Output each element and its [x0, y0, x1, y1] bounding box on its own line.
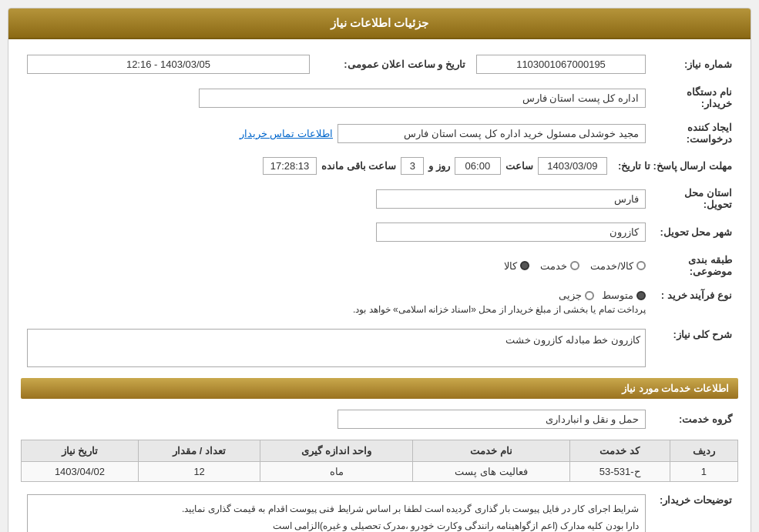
- card-header: جزئیات اطلاعات نیاز: [8, 8, 751, 39]
- purchase-type-note: پرداخت تمام یا بخشی از مبلغ خریدار از مح…: [27, 304, 646, 315]
- category-option-kala-khadamat-label: کالا/خدمت: [590, 260, 633, 272]
- creator-value: مجید خوشدلی مسئول خرید اداره کل پست استا…: [338, 124, 646, 143]
- response-time: 06:00: [455, 157, 501, 175]
- service-group-table: گروه خدمت: حمل و نقل و انبارداری: [21, 405, 738, 433]
- purchase-type-motavaset[interactable]: متوسط: [602, 289, 646, 301]
- radio-kala-icon: [520, 261, 529, 270]
- response-time-label: ساعت: [505, 160, 533, 172]
- announce-date-value: 1403/03/05 - 12:16: [27, 55, 310, 74]
- service-group-value: حمل و نقل و انبارداری: [338, 410, 646, 429]
- category-option-khadamat[interactable]: خدمت: [540, 260, 579, 272]
- radio-motavaset-icon: [636, 291, 646, 300]
- col-row-num: ردیف: [670, 440, 737, 462]
- services-section-header: اطلاعات خدمات مورد نیاز: [21, 378, 738, 399]
- page-title: جزئیات اطلاعات نیاز: [331, 16, 428, 29]
- province-label: استان محل تحویل:: [684, 187, 732, 210]
- card-body: شماره نیاز: 1103001067000195 تاریخ و ساع…: [8, 39, 751, 532]
- row6-table: شهر محل تحویل: کازرون: [21, 218, 738, 246]
- announce-date-label: تاریخ و ساعت اعلان عمومی:: [344, 59, 465, 70]
- response-remaining-label: ساعت باقی مانده: [321, 160, 396, 172]
- purchase-type-jozei-label: جزیی: [559, 289, 582, 301]
- row5-table: استان محل تحویل: فارس: [21, 182, 738, 215]
- purchase-type-label: نوع فرآیند خرید :: [661, 289, 732, 301]
- notice-number-label: شماره نیاز:: [684, 59, 732, 70]
- row4-table: مهلت ارسال پاسخ: تا تاریخ: 1403/03/09 سا…: [21, 152, 738, 179]
- province-value: فارس: [376, 189, 646, 209]
- table-row: 1ح-531-53فعالیت های پستماه121403/04/02: [22, 462, 738, 482]
- service-group-label: گروه خدمت:: [679, 413, 732, 425]
- purchase-type-motavaset-label: متوسط: [602, 289, 633, 301]
- response-days-label: روز و: [428, 160, 450, 172]
- col-unit: واحد اندازه گیری: [260, 440, 413, 462]
- row2-table: نام دستگاه خریدار: اداره کل پست استان فا…: [21, 82, 738, 114]
- radio-jozei-icon: [585, 291, 594, 300]
- city-label: شهر محل تحویل:: [660, 226, 732, 238]
- creator-label: ایجاد کننده درخواست:: [687, 122, 732, 145]
- category-option-kala-label: کالا: [504, 260, 517, 272]
- buyer-org-value: اداره کل پست استان فارس: [199, 89, 646, 108]
- purchase-type-jozei[interactable]: جزیی: [559, 289, 594, 301]
- col-need-date: تاریخ نیاز: [22, 440, 139, 462]
- response-remaining: 17:28:13: [263, 157, 317, 175]
- page-container: جزئیات اطلاعات نیاز شماره نیاز: 11030010…: [0, 0, 759, 532]
- category-option-kala[interactable]: کالا: [504, 260, 529, 272]
- radio-kala-khadamat-icon: [636, 261, 646, 270]
- category-option-khadamat-label: خدمت: [540, 260, 567, 272]
- row3-table: ایجاد کننده درخواست: مجید خوشدلی مسئول خ…: [21, 117, 738, 149]
- response-days: 3: [401, 157, 424, 175]
- buyer-notes-label: توضیحات خریدار:: [660, 494, 732, 506]
- response-date: 1403/03/09: [538, 157, 607, 175]
- need-description-label: شرح کلی نیاز:: [673, 329, 732, 340]
- col-service-name: نام خدمت: [413, 440, 569, 462]
- notice-number-value: 1103001067000195: [476, 55, 646, 74]
- need-description-value: کازرون خط مبادله کازرون خشت: [27, 329, 646, 367]
- services-table: ردیف کد خدمت نام خدمت واحد اندازه گیری ت…: [21, 440, 738, 482]
- buyer-notes-value: شرایط اجرای کار در فایل پیوست بار گذاری …: [27, 494, 646, 532]
- row8-table: نوع فرآیند خرید : متوسط جزیی: [21, 285, 738, 320]
- row1-table: شماره نیاز: 1103001067000195 تاریخ و ساع…: [21, 50, 738, 79]
- purchase-type-row: متوسط جزیی: [27, 289, 646, 301]
- category-radio-group: کالا/خدمت خدمت کالا: [27, 260, 646, 272]
- category-option-kala-khadamat[interactable]: کالا/خدمت: [590, 260, 646, 272]
- buyer-org-label: نام دستگاه خریدار:: [687, 86, 732, 109]
- row7-table: طبقه بندی موضوعی: کالا/خدمت خدمت: [21, 249, 738, 282]
- city-value: کازرون: [376, 223, 646, 242]
- main-card: جزئیات اطلاعات نیاز شماره نیاز: 11030010…: [8, 8, 751, 532]
- radio-khadamat-icon: [570, 261, 579, 270]
- contact-info-link[interactable]: اطلاعات تماس خریدار: [240, 128, 333, 139]
- category-label: طبقه بندی موضوعی:: [688, 254, 732, 277]
- col-service-code: کد خدمت: [569, 440, 670, 462]
- buyer-notes-table: توضیحات خریدار: شرایط اجرای کار در فایل …: [21, 490, 738, 532]
- response-deadline-label: مهلت ارسال پاسخ: تا تاریخ:: [618, 160, 732, 172]
- row9-table: شرح کلی نیاز: کازرون خط مبادله کازرون خش…: [21, 324, 738, 372]
- col-quantity: تعداد / مقدار: [138, 440, 260, 462]
